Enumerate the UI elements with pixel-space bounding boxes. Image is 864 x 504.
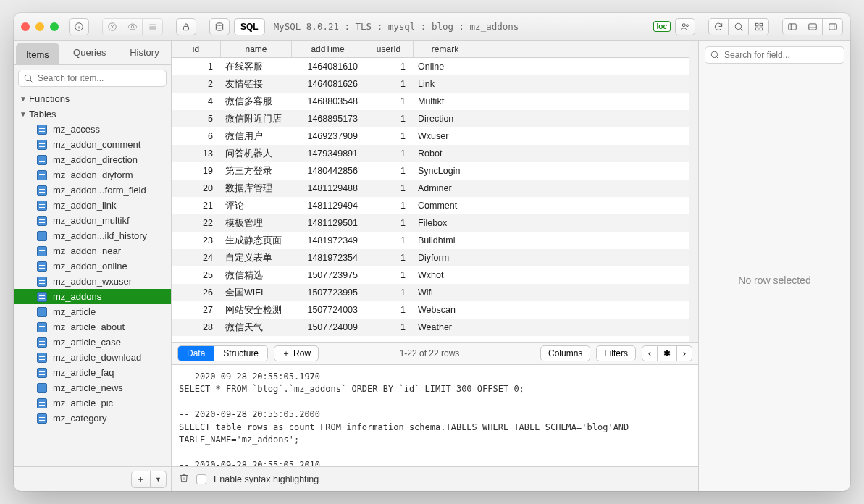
table-row[interactable]: 24自定义表单14819723541Diyform	[172, 249, 689, 266]
table-cell[interactable]: 1	[172, 62, 221, 72]
clear-console-button[interactable]	[179, 473, 189, 485]
add-item-button[interactable]: ＋	[131, 471, 151, 488]
table-row[interactable]: 26全国WIFI15077239951Wifi	[172, 284, 689, 301]
table-cell[interactable]: 20	[172, 183, 221, 193]
column-header-id[interactable]: id	[172, 41, 221, 57]
sidebar-table-item[interactable]: mz_category	[14, 411, 171, 426]
sidebar-search-input[interactable]	[38, 73, 162, 83]
table-cell[interactable]: 1	[364, 148, 414, 159]
table-cell[interactable]: Multikf	[414, 96, 477, 106]
table-cell[interactable]: Filebox	[414, 218, 477, 228]
table-cell[interactable]: Diyform	[414, 253, 477, 263]
users-button[interactable]	[675, 18, 695, 35]
panel-bottom-button[interactable]	[802, 18, 823, 35]
table-cell[interactable]: 1507723975	[292, 270, 364, 280]
sidebar-table-item[interactable]: mz_addon_direction	[14, 152, 171, 167]
sql-console[interactable]: -- 2020-09-28 20:55:05.1970 SELECT * FRO…	[172, 365, 698, 466]
table-cell[interactable]: 1	[364, 131, 414, 141]
table-cell[interactable]: 1480442856	[292, 166, 364, 176]
vertical-scrollbar[interactable]	[689, 58, 698, 342]
table-cell[interactable]: 全国WIFI	[221, 287, 292, 299]
column-header-addTime[interactable]: addTime	[292, 41, 364, 57]
tab-history[interactable]: History	[118, 41, 171, 64]
table-cell[interactable]: 21	[172, 201, 221, 211]
table-row[interactable]: 6微信用户14692379091Wxuser	[172, 127, 689, 145]
table-row[interactable]: 21评论14811294941Comment	[172, 197, 689, 214]
table-cell[interactable]: Robot	[414, 148, 477, 159]
table-cell[interactable]: 4	[172, 96, 221, 106]
table-cell[interactable]: 19	[172, 166, 221, 176]
table-cell[interactable]: 1	[364, 305, 414, 315]
table-cell[interactable]: 1464081626	[292, 79, 364, 89]
table-cell[interactable]: 1	[364, 201, 414, 211]
panel-left-button[interactable]	[782, 18, 802, 35]
sidebar-table-item[interactable]: mz_addon_comment	[14, 137, 171, 152]
table-cell[interactable]: 自定义表单	[221, 252, 292, 264]
add-item-menu-button[interactable]: ▼	[151, 471, 167, 488]
sidebar-table-item[interactable]: mz_addon...ikf_history	[14, 228, 171, 243]
search-button[interactable]	[729, 18, 749, 35]
table-cell[interactable]: 28	[172, 322, 221, 332]
table-cell[interactable]: Wxhot	[414, 270, 477, 280]
table-cell[interactable]: 微信附近门店	[221, 113, 292, 125]
table-row[interactable]: 23生成静态页面14819723491Buildhtml	[172, 232, 689, 249]
sidebar-table-item[interactable]: mz_access	[14, 122, 171, 137]
table-cell[interactable]: 1481129494	[292, 201, 364, 211]
table-row[interactable]: 5微信附近门店14688951731Direction	[172, 110, 689, 127]
table-cell[interactable]: 1468895173	[292, 114, 364, 124]
table-cell[interactable]: 1	[364, 96, 414, 106]
table-cell[interactable]: 1	[364, 270, 414, 280]
table-cell[interactable]: 1	[364, 62, 414, 72]
table-cell[interactable]: 1481129501	[292, 218, 364, 228]
sql-button[interactable]: SQL	[234, 18, 265, 35]
table-cell[interactable]: Direction	[414, 114, 477, 124]
table-row[interactable]: 1在线客服14640816101Online	[172, 58, 689, 75]
table-cell[interactable]: 1507724009	[292, 322, 364, 332]
minimize-window-button[interactable]	[35, 22, 44, 31]
sidebar-table-item[interactable]: mz_addon_multikf	[14, 213, 171, 228]
table-cell[interactable]: 2	[172, 79, 221, 89]
table-cell[interactable]: 1	[364, 218, 414, 228]
table-cell[interactable]: Wifi	[414, 287, 477, 298]
table-cell[interactable]: 第三方登录	[221, 165, 292, 177]
table-cell[interactable]: 1507724003	[292, 305, 364, 315]
tab-queries[interactable]: Queries	[62, 41, 118, 64]
info-button[interactable]	[69, 18, 89, 35]
column-header-remark[interactable]: remark	[414, 41, 477, 57]
view-structure[interactable]: Structure	[214, 346, 267, 361]
table-cell[interactable]: Comment	[414, 201, 477, 211]
sidebar-table-item[interactable]: mz_addon_link	[14, 198, 171, 213]
sidebar-table-item[interactable]: mz_article_news	[14, 380, 171, 395]
table-row[interactable]: 20数据库管理14811294881Adminer	[172, 180, 689, 197]
table-cell[interactable]: 1	[364, 253, 414, 263]
sidebar-table-item[interactable]: mz_article_case	[14, 335, 171, 350]
group-functions[interactable]: ▼Functions	[14, 91, 171, 106]
group-tables[interactable]: ▼Tables	[14, 106, 171, 122]
table-cell[interactable]: 1	[364, 183, 414, 193]
table-cell[interactable]: 微信精选	[221, 269, 292, 282]
table-cell[interactable]: 27	[172, 305, 221, 315]
table-cell[interactable]: 微信多客服	[221, 96, 292, 108]
column-header-name[interactable]: name	[221, 41, 292, 57]
column-header-userId[interactable]: userId	[364, 41, 414, 57]
table-cell[interactable]: 1464081610	[292, 62, 364, 72]
table-row[interactable]: 4微信多客服14688035481Multikf	[172, 93, 689, 110]
table-cell[interactable]: Online	[414, 62, 477, 72]
table-cell[interactable]: 22	[172, 218, 221, 228]
grid-button[interactable]	[749, 18, 769, 35]
table-cell[interactable]: Link	[414, 79, 477, 89]
table-cell[interactable]: 网站安全检测	[221, 304, 292, 316]
table-cell[interactable]: 1	[364, 322, 414, 332]
table-row[interactable]: 2友情链接14640816261Link	[172, 75, 689, 93]
refresh-button[interactable]	[708, 18, 729, 35]
panel-right-button[interactable]	[823, 18, 843, 35]
table-cell[interactable]: 6	[172, 131, 221, 141]
table-cell[interactable]: Adminer	[414, 183, 477, 193]
table-cell[interactable]: 问答机器人	[221, 148, 292, 160]
table-cell[interactable]: 25	[172, 270, 221, 280]
prev-page-button[interactable]: ‹	[642, 345, 658, 361]
table-row[interactable]: 19第三方登录14804428561SyncLogin	[172, 162, 689, 180]
sidebar-search[interactable]	[18, 70, 167, 87]
tab-items[interactable]: Items	[16, 43, 59, 65]
table-row[interactable]: 22模板管理14811295011Filebox	[172, 214, 689, 232]
